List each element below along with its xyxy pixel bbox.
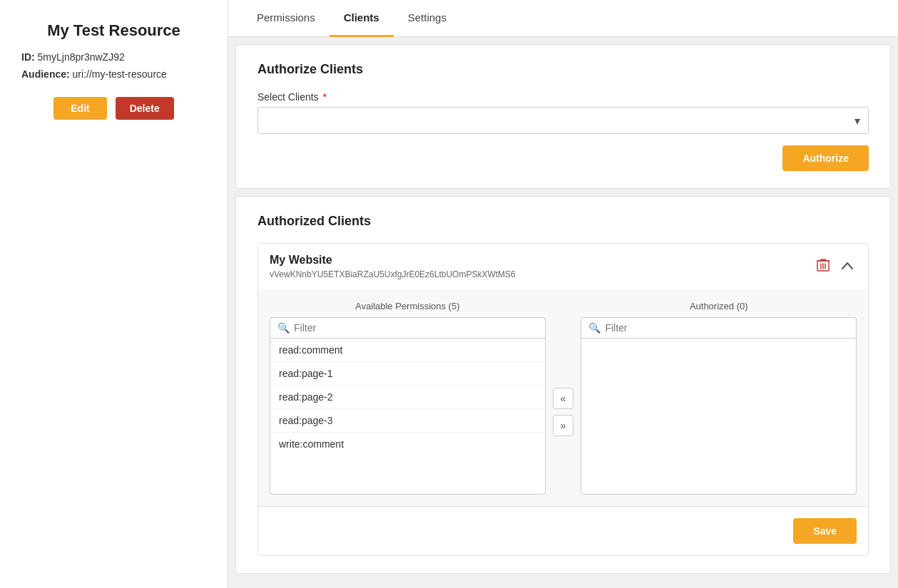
left-panel: My Test Resource ID: 5myLjn8pr3nwZJ92 Au… bbox=[0, 0, 228, 588]
authorized-clients-section: Authorized Clients My Website vVewKNnbYU… bbox=[235, 196, 891, 574]
available-filter-box: 🔍 bbox=[270, 317, 546, 338]
resource-audience-row: Audience: uri://my-test-resource bbox=[21, 68, 206, 80]
client-card-info: My Website vVewKNnbYU5ETXBiaRZaU5UxfgJrE… bbox=[270, 254, 516, 279]
content-area: Authorize Clients Select Clients * ▾ Aut… bbox=[228, 37, 898, 588]
available-permissions-list: read:comment read:page-1 read:page-2 rea… bbox=[270, 338, 546, 495]
tabs-bar: Permissions Clients Settings bbox=[228, 0, 898, 37]
client-collapse-button[interactable] bbox=[838, 257, 857, 276]
search-icon-authorized: 🔍 bbox=[588, 322, 601, 334]
available-filter-input[interactable] bbox=[294, 322, 538, 334]
resource-id-value: 5myLjn8pr3nwZJ92 bbox=[38, 51, 125, 63]
resource-audience-label: Audience: bbox=[21, 68, 70, 80]
tab-permissions[interactable]: Permissions bbox=[243, 0, 330, 37]
client-card-header: My Website vVewKNnbYU5ETXBiaRZaU5UxfgJrE… bbox=[258, 244, 868, 289]
tab-clients[interactable]: Clients bbox=[330, 0, 394, 37]
available-permissions-column: Available Permissions (5) 🔍 read:comment… bbox=[270, 301, 546, 495]
resource-title: My Test Resource bbox=[47, 21, 180, 40]
list-item[interactable]: read:page-2 bbox=[270, 386, 545, 409]
trash-icon bbox=[817, 258, 830, 272]
resource-id-label: ID: bbox=[21, 51, 35, 63]
resource-actions: Edit Delete bbox=[53, 97, 173, 120]
right-panel: Permissions Clients Settings Authorize C… bbox=[228, 0, 898, 588]
save-button[interactable]: Save bbox=[793, 518, 857, 544]
list-item[interactable]: read:page-3 bbox=[270, 409, 545, 433]
authorize-btn-row: Authorize bbox=[257, 145, 869, 171]
authorized-permissions-title: Authorized (0) bbox=[581, 301, 857, 311]
chevron-up-icon bbox=[841, 262, 854, 270]
required-star: * bbox=[322, 91, 326, 103]
delete-button[interactable]: Delete bbox=[116, 97, 174, 120]
authorized-filter-box: 🔍 bbox=[581, 317, 857, 338]
select-clients-input[interactable] bbox=[257, 107, 869, 134]
save-row: Save bbox=[258, 506, 868, 555]
resource-id-row: ID: 5myLjn8pr3nwZJ92 bbox=[21, 51, 206, 63]
available-permissions-title: Available Permissions (5) bbox=[270, 301, 546, 311]
resource-audience-value: uri://my-test-resource bbox=[73, 68, 167, 80]
select-clients-label: Select Clients * bbox=[257, 91, 869, 103]
client-delete-button[interactable] bbox=[814, 255, 832, 279]
client-card-actions bbox=[814, 255, 857, 279]
authorize-clients-title: Authorize Clients bbox=[257, 62, 869, 77]
select-clients-wrapper: ▾ bbox=[257, 107, 869, 134]
search-icon-available: 🔍 bbox=[277, 322, 290, 334]
transfer-right-button[interactable]: » bbox=[553, 415, 574, 436]
list-item[interactable]: read:comment bbox=[270, 339, 545, 362]
authorize-button[interactable]: Authorize bbox=[782, 145, 869, 171]
tab-settings[interactable]: Settings bbox=[394, 0, 461, 37]
select-clients-group: Select Clients * ▾ bbox=[257, 91, 869, 134]
transfer-left-button[interactable]: « bbox=[553, 388, 574, 409]
authorized-clients-title: Authorized Clients bbox=[257, 214, 869, 229]
transfer-buttons: « » bbox=[546, 329, 581, 495]
list-item[interactable]: read:page-1 bbox=[270, 362, 545, 386]
client-card-my-website: My Website vVewKNnbYU5ETXBiaRZaU5UxfgJrE… bbox=[257, 243, 869, 556]
authorize-clients-card: Authorize Clients Select Clients * ▾ Aut… bbox=[235, 44, 891, 189]
authorized-permissions-column: Authorized (0) 🔍 bbox=[581, 301, 857, 495]
authorized-filter-input[interactable] bbox=[605, 322, 849, 334]
resource-meta: ID: 5myLjn8pr3nwZJ92 Audience: uri://my-… bbox=[14, 51, 213, 80]
client-id: vVewKNnbYU5ETXBiaRZaU5UxfgJrE0Ez6LtbUOmP… bbox=[270, 269, 516, 279]
authorized-permissions-list bbox=[581, 338, 857, 495]
edit-button[interactable]: Edit bbox=[53, 97, 106, 120]
permissions-transfer: Available Permissions (5) 🔍 read:comment… bbox=[258, 289, 868, 506]
list-item[interactable]: write:comment bbox=[270, 433, 545, 455]
client-name: My Website bbox=[270, 254, 516, 267]
